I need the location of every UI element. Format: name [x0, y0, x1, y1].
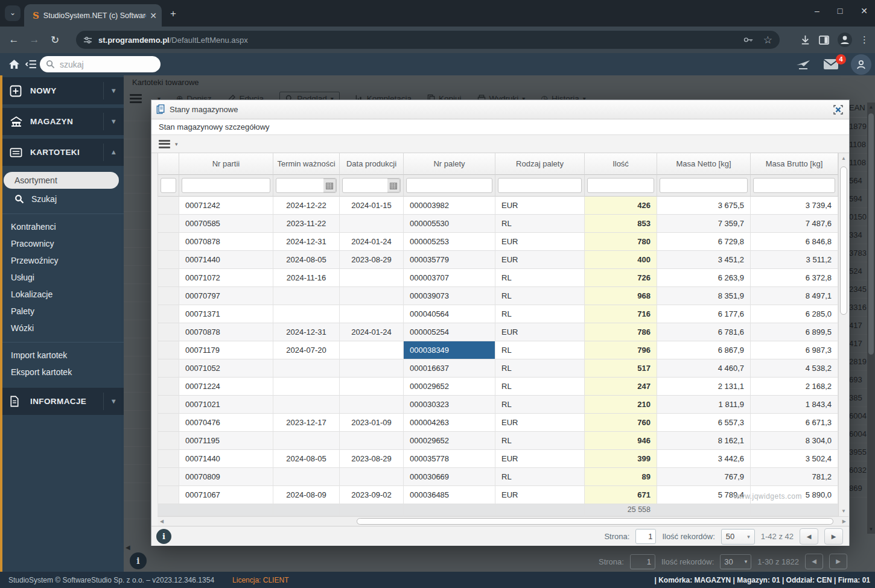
row-handle-cell[interactable]	[158, 432, 179, 450]
side-panel-icon[interactable]	[818, 34, 830, 46]
cell-data-produkcji[interactable]: 2023-09-02	[340, 486, 404, 504]
calendar-icon[interactable]	[387, 179, 400, 192]
cell-termin-waznosci[interactable]	[273, 378, 340, 396]
cell-rodzaj-palety[interactable]: RL	[495, 359, 585, 378]
cell-ilosc[interactable]: 780	[585, 233, 657, 251]
cell-nr-palety[interactable]: 000029652	[404, 432, 495, 450]
tab-close-icon[interactable]: ✕	[150, 11, 157, 21]
cell-nr-palety[interactable]: 000030323	[404, 396, 495, 414]
scroll-down-icon[interactable]: ▼	[867, 526, 875, 532]
cell-masa-netto[interactable]: 6 729,8	[657, 233, 751, 251]
cell-rodzaj-palety[interactable]: RL	[495, 468, 585, 486]
cell-masa-brutto[interactable]: 2 168,2	[751, 378, 838, 396]
cell-nr-palety[interactable]: 000003982	[404, 197, 495, 215]
cell-masa-brutto[interactable]: 3 502,4	[751, 450, 838, 468]
sidebar-item-pracownicy[interactable]: Pracownicy	[2, 235, 124, 252]
scroll-down-icon[interactable]: ▼	[839, 508, 848, 514]
cell-nr-partii[interactable]: 00070878	[179, 233, 273, 251]
row-handle-cell[interactable]	[158, 251, 179, 269]
cell-masa-brutto[interactable]: 6 899,5	[751, 323, 838, 341]
back-icon[interactable]: ←	[4, 34, 24, 46]
filter-input-masa-brutto[interactable]	[753, 178, 835, 193]
cell-nr-partii[interactable]: 00070878	[179, 323, 273, 341]
cell-termin-waznosci[interactable]: 2024-11-16	[273, 269, 340, 287]
sidebar-item-lokalizacje[interactable]: Lokalizacje	[2, 286, 124, 303]
cell-data-produkcji[interactable]	[340, 341, 404, 359]
cell-masa-brutto[interactable]: 8 304,0	[751, 432, 838, 450]
row-handle-cell[interactable]	[158, 341, 179, 359]
prev-page-button[interactable]: ◀	[805, 554, 823, 569]
cell-termin-waznosci[interactable]: 2024-08-05	[273, 450, 340, 468]
chevron-down-icon[interactable]: ▾	[103, 393, 124, 410]
scroll-right-icon[interactable]: ▶	[842, 517, 846, 526]
cell-nr-palety[interactable]: 000035778	[404, 450, 495, 468]
cell-nr-palety[interactable]: 000029652	[404, 378, 495, 396]
cell-rodzaj-palety[interactable]: RL	[495, 341, 585, 359]
app-search[interactable]	[40, 56, 161, 72]
cell-ilosc[interactable]: 968	[585, 287, 657, 305]
filter-input-masa-netto[interactable]	[660, 178, 748, 193]
cell-nr-partii[interactable]: 00070585	[179, 215, 273, 233]
cell-termin-waznosci[interactable]: 2024-07-20	[273, 341, 340, 359]
cell-data-produkcji[interactable]	[340, 269, 404, 287]
table-row[interactable]: 00071195 000029652 RL 946 8 162,1 8 304,…	[158, 432, 838, 450]
cell-masa-netto[interactable]: 6 263,9	[657, 269, 751, 287]
bookmark-star-icon[interactable]: ☆	[763, 34, 772, 46]
cell-ilosc[interactable]: 210	[585, 396, 657, 414]
cell-data-produkcji[interactable]	[340, 359, 404, 378]
cell-nr-partii[interactable]: 00071067	[179, 486, 273, 504]
cell-data-produkcji[interactable]	[340, 378, 404, 396]
cell-rodzaj-palety[interactable]: RL	[495, 215, 585, 233]
scrollbar-thumb[interactable]	[840, 166, 847, 315]
cell-termin-waznosci[interactable]	[273, 305, 340, 323]
cell-nr-palety[interactable]: 000005253	[404, 233, 495, 251]
chevron-down-icon[interactable]: ▾	[175, 141, 178, 147]
row-handle-cell[interactable]	[158, 287, 179, 305]
column-header[interactable]: Nr palety	[404, 153, 495, 175]
sidebar-item-uslugi[interactable]: Usługi	[2, 269, 124, 286]
tab-search-button[interactable]: ⌄	[5, 5, 21, 21]
cell-rodzaj-palety[interactable]: EUR	[495, 197, 585, 215]
new-tab-button[interactable]: +	[170, 8, 176, 20]
cell-data-produkcji[interactable]: 2023-08-29	[340, 450, 404, 468]
table-row[interactable]: 00070878 2024-12-31 2024-01-24 000005253…	[158, 233, 838, 251]
filter-input[interactable]	[161, 178, 176, 193]
cell-masa-netto[interactable]: 767,9	[657, 468, 751, 486]
scroll-left-icon[interactable]: ◀	[126, 544, 130, 551]
next-page-button[interactable]: ▶	[829, 554, 847, 569]
cell-nr-palety[interactable]: 000004263	[404, 414, 495, 432]
cell-termin-waznosci[interactable]	[273, 468, 340, 486]
cell-ilosc[interactable]: 426	[585, 197, 657, 215]
sidebar-item-przewoznicy[interactable]: Przewoźnicy	[2, 252, 124, 269]
row-handle-cell[interactable]	[158, 486, 179, 504]
cell-nr-partii[interactable]: 00071072	[179, 269, 273, 287]
column-header[interactable]: Nr partii	[179, 153, 273, 175]
cell-ilosc[interactable]: 399	[585, 450, 657, 468]
cell-masa-netto[interactable]: 3 442,6	[657, 450, 751, 468]
table-row[interactable]: 00071021 000030323 RL 210 1 811,9 1 843,…	[158, 396, 838, 414]
row-handle-cell[interactable]	[158, 305, 179, 323]
cell-masa-brutto[interactable]: 7 487,6	[751, 215, 838, 233]
cell-termin-waznosci[interactable]	[273, 287, 340, 305]
cell-termin-waznosci[interactable]: 2024-12-31	[273, 233, 340, 251]
cell-nr-palety[interactable]: 000039073	[404, 287, 495, 305]
scroll-left-icon[interactable]: ◀	[160, 517, 164, 526]
window-close-button[interactable]: ✕	[861, 6, 868, 16]
maximize-icon[interactable]	[832, 104, 844, 116]
cell-rodzaj-palety[interactable]: RL	[495, 378, 585, 396]
user-avatar[interactable]	[851, 54, 871, 75]
cell-ilosc[interactable]: 716	[585, 305, 657, 323]
download-icon[interactable]	[800, 34, 811, 46]
hamburger-menu-icon[interactable]	[159, 138, 170, 150]
cell-data-produkcji[interactable]	[340, 396, 404, 414]
cell-masa-brutto[interactable]: 6 987,3	[751, 341, 838, 359]
cell-data-produkcji[interactable]: 2023-08-29	[340, 251, 404, 269]
cell-masa-netto[interactable]: 6 557,3	[657, 414, 751, 432]
cell-data-produkcji[interactable]: 2023-01-09	[340, 414, 404, 432]
column-header[interactable]: Masa Brutto [kg]	[751, 153, 838, 175]
cell-termin-waznosci[interactable]: 2023-12-17	[273, 414, 340, 432]
cell-masa-brutto[interactable]: 6 372,8	[751, 269, 838, 287]
cell-nr-palety[interactable]: 000040564	[404, 305, 495, 323]
sidebar-item-eksport-kartotek[interactable]: Eksport kartotek	[2, 364, 124, 381]
cell-rodzaj-palety[interactable]: EUR	[495, 251, 585, 269]
